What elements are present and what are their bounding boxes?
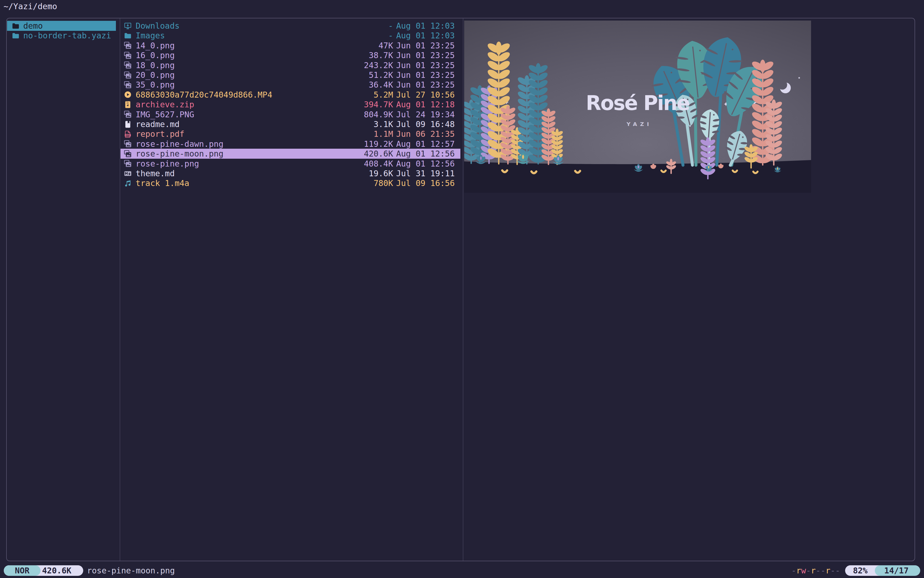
file-size: 5.2M bbox=[374, 90, 393, 100]
parent-dir-item[interactable]: no-border-tab.yazi bbox=[7, 31, 116, 41]
file-name: IMG_5627.PNG bbox=[136, 109, 364, 120]
preview-image: Rosé PineYAZI bbox=[464, 21, 811, 193]
file-row[interactable]: 18_0.png243.2KJun 01 23:25 bbox=[120, 60, 460, 70]
music-icon bbox=[124, 179, 132, 187]
file-size: 36.4K bbox=[369, 80, 393, 90]
mode-badge: NOR bbox=[4, 565, 40, 576]
yazi-window: ~/Yazi/demo demono-border-tab.yazi Downl… bbox=[0, 0, 924, 578]
file-date: Aug 01 12:03 bbox=[396, 31, 460, 41]
file-row[interactable]: Images-Aug 01 12:03 bbox=[120, 31, 460, 41]
zip-icon bbox=[124, 101, 132, 109]
preview-title: Rosé Pine bbox=[586, 91, 689, 115]
file-row[interactable]: rose-pine-dawn.png119.2KAug 01 12:57 bbox=[120, 139, 460, 149]
file-name: rose-pine.png bbox=[136, 159, 364, 169]
file-row[interactable]: rose-pine.png408.4KAug 01 12:56 bbox=[120, 159, 460, 169]
preview-subtitle: YAZI bbox=[626, 121, 652, 127]
image-icon bbox=[124, 150, 132, 158]
status-permissions: -rw-r--r-- bbox=[791, 565, 840, 576]
scroll-percent-badge: 82% bbox=[845, 565, 875, 576]
file-date: Aug 01 12:03 bbox=[396, 21, 460, 31]
folder-icon bbox=[11, 32, 20, 40]
selected-size-badge: 420.6K bbox=[38, 565, 76, 576]
file-row[interactable]: theme.md19.6KJul 31 19:11 bbox=[120, 169, 460, 179]
image-icon bbox=[124, 71, 132, 79]
file-size: 394.7K bbox=[364, 99, 393, 109]
file-size: 243.2K bbox=[364, 60, 393, 70]
image-icon bbox=[124, 61, 132, 69]
file-row[interactable]: archieve.zip394.7KAug 01 12:18 bbox=[120, 99, 460, 109]
file-name: 35_0.png bbox=[136, 80, 369, 90]
file-date: Jun 01 23:25 bbox=[396, 60, 460, 70]
folder-icon bbox=[11, 22, 20, 30]
file-name: rose-pine-moon.png bbox=[136, 149, 364, 159]
image-icon bbox=[124, 110, 132, 119]
file-name: Downloads bbox=[136, 21, 388, 31]
image-icon bbox=[124, 140, 132, 148]
file-name: 16_0.png bbox=[136, 50, 369, 60]
image-icon bbox=[124, 51, 132, 60]
file-size: - bbox=[388, 21, 393, 31]
markdown-icon bbox=[124, 169, 132, 178]
parent-dir-item[interactable]: demo bbox=[7, 21, 116, 31]
file-date: Aug 01 12:18 bbox=[396, 99, 460, 109]
download-icon bbox=[124, 22, 132, 30]
file-size: 47K bbox=[379, 41, 393, 50]
file-size: 51.2K bbox=[369, 70, 393, 80]
parent-dir-label: no-border-tab.yazi bbox=[23, 31, 111, 41]
file-name: Images bbox=[136, 31, 388, 41]
pane-divider-parent bbox=[120, 18, 120, 561]
file-date: Aug 01 12:56 bbox=[396, 159, 460, 169]
breadcrumb-path: ~/Yazi/demo bbox=[3, 2, 57, 11]
file-date: Jun 01 23:25 bbox=[396, 70, 460, 80]
cursor-position-badge: 14/17 bbox=[875, 565, 918, 576]
file-size: 38.7K bbox=[369, 50, 393, 60]
file-date: Jun 01 23:25 bbox=[396, 50, 460, 60]
file-row[interactable]: Downloads-Aug 01 12:03 bbox=[120, 21, 460, 31]
file-date: Jul 31 19:11 bbox=[396, 169, 460, 179]
file-row[interactable]: 35_0.png36.4KJun 01 23:25 bbox=[120, 80, 460, 90]
file-row[interactable]: track 1.m4a780KJul 09 16:56 bbox=[120, 178, 460, 188]
file-name: track 1.m4a bbox=[136, 178, 374, 188]
image-icon bbox=[124, 81, 132, 89]
file-row[interactable]: 68863030a77d20c74049d866.MP45.2MJul 27 1… bbox=[120, 90, 460, 100]
file-date: Jul 27 10:56 bbox=[396, 90, 460, 100]
file-row[interactable]: PDFreport.pdf1.1MJun 06 21:35 bbox=[120, 129, 460, 139]
file-size: 780K bbox=[374, 178, 393, 188]
file-row[interactable]: 20_0.png51.2KJun 01 23:25 bbox=[120, 70, 460, 80]
file-size: 119.2K bbox=[364, 139, 393, 149]
file-date: Jul 24 19:34 bbox=[396, 109, 460, 120]
file-row[interactable]: IMG_5627.PNG804.9KJul 24 19:34 bbox=[120, 109, 460, 120]
file-name: 68863030a77d20c74049d866.MP4 bbox=[136, 90, 374, 100]
file-size: 420.6K bbox=[364, 149, 393, 159]
folder-icon bbox=[124, 32, 132, 40]
file-name: archieve.zip bbox=[136, 99, 364, 109]
file-date: Aug 01 12:57 bbox=[396, 139, 460, 149]
pane-divider-preview bbox=[463, 18, 463, 561]
play-icon bbox=[124, 91, 132, 99]
file-name: readme.md bbox=[136, 119, 374, 129]
file-size: 408.4K bbox=[364, 159, 393, 169]
pdf-icon: PDF bbox=[124, 130, 132, 138]
file-row[interactable]: readme.md3.1KJul 09 16:48 bbox=[120, 119, 460, 129]
file-date: Jun 06 21:35 bbox=[396, 129, 460, 139]
file-size: 1.1M bbox=[374, 129, 393, 139]
file-size: 19.6K bbox=[369, 169, 393, 179]
status-filename: rose-pine-moon.png bbox=[87, 565, 175, 576]
file-date: Jul 09 16:48 bbox=[396, 119, 460, 129]
file-name: 18_0.png bbox=[136, 60, 364, 70]
file-row[interactable]: 14_0.png47KJun 01 23:25 bbox=[120, 41, 460, 50]
file-row[interactable]: rose-pine-moon.png420.6KAug 01 12:56 bbox=[120, 149, 460, 159]
file-date: Jul 09 16:56 bbox=[396, 178, 460, 188]
file-date: Aug 01 12:56 bbox=[396, 149, 460, 159]
file-name: 20_0.png bbox=[136, 70, 369, 80]
file-name: report.pdf bbox=[136, 129, 374, 139]
file-name: 14_0.png bbox=[136, 41, 379, 50]
image-icon bbox=[124, 159, 132, 167]
book-icon bbox=[124, 120, 132, 128]
status-bar: NOR 420.6K rose-pine-moon.png -rw-r--r--… bbox=[0, 564, 924, 578]
parent-dir-label: demo bbox=[23, 21, 43, 31]
file-size: - bbox=[388, 31, 393, 41]
file-size: 804.9K bbox=[364, 109, 393, 120]
file-row[interactable]: 16_0.png38.7KJun 01 23:25 bbox=[120, 50, 460, 60]
file-size: 3.1K bbox=[374, 119, 393, 129]
